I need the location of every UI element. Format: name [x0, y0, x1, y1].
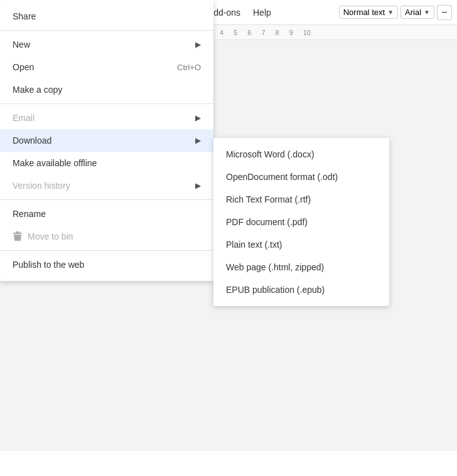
- style-label: Normal text: [343, 8, 385, 17]
- menu-item-open[interactable]: Open Ctrl+O: [0, 56, 213, 78]
- offline-label: Make available offline: [13, 158, 97, 168]
- download-docx[interactable]: Microsoft Word (.docx): [213, 143, 389, 166]
- download-arrow-icon: ▶: [195, 136, 201, 145]
- download-rtf[interactable]: Rich Text Format (.rtf): [213, 188, 389, 211]
- download-txt[interactable]: Plain text (.txt): [213, 233, 389, 256]
- divider-4: [0, 250, 213, 251]
- publish-label: Publish to the web: [13, 260, 84, 270]
- divider-1: [0, 30, 213, 31]
- divider-3: [0, 199, 213, 200]
- email-arrow-icon: ▶: [195, 114, 201, 122]
- epub-label: EPUB publication (.epub): [226, 285, 325, 295]
- font-label: Arial: [405, 8, 421, 17]
- share-label: Share: [13, 11, 36, 21]
- ruler-mark-4: 4: [220, 29, 223, 36]
- ruler-mark-10: 10: [303, 29, 311, 36]
- menu-item-make-copy[interactable]: Make a copy: [0, 78, 213, 101]
- menu-item-download[interactable]: Download ▶: [0, 129, 213, 152]
- ruler-mark-7: 7: [261, 29, 265, 36]
- menu-item-version-history[interactable]: Version history ▶: [0, 174, 213, 197]
- html-label: Web page (.html, zipped): [226, 262, 324, 272]
- open-shortcut: Ctrl+O: [177, 63, 201, 72]
- download-odt[interactable]: OpenDocument format (.odt): [213, 166, 389, 188]
- style-select[interactable]: Normal text ▼: [339, 6, 398, 19]
- menu-item-new[interactable]: New ▶: [0, 33, 213, 56]
- style-dropdown-arrow: ▼: [387, 9, 394, 16]
- make-copy-label: Make a copy: [13, 85, 62, 95]
- ruler-mark-8: 8: [276, 29, 279, 36]
- menu-item-share[interactable]: Share: [0, 5, 213, 28]
- download-html[interactable]: Web page (.html, zipped): [213, 256, 389, 278]
- version-history-arrow-icon: ▶: [195, 181, 201, 190]
- open-label: Open: [13, 62, 34, 72]
- zoom-minus-button[interactable]: −: [437, 5, 452, 20]
- download-epub[interactable]: EPUB publication (.epub): [213, 278, 389, 301]
- menu-item-publish[interactable]: Publish to the web: [0, 253, 213, 276]
- menu-item-offline[interactable]: Make available offline: [0, 152, 213, 174]
- ruler-mark-6: 6: [247, 29, 251, 36]
- menu-item-email[interactable]: Email ▶: [0, 107, 213, 129]
- file-dropdown: Share New ▶ Open Ctrl+O Make a copy Emai…: [0, 0, 213, 281]
- download-submenu: Microsoft Word (.docx) OpenDocument form…: [213, 138, 389, 306]
- move-to-bin-label: Move to bin: [28, 231, 73, 241]
- download-label: Download: [13, 135, 51, 145]
- odt-label: OpenDocument format (.odt): [226, 172, 338, 182]
- toolbar-right: Normal text ▼ Arial ▼ −: [339, 5, 452, 20]
- ruler-mark-9: 9: [289, 29, 293, 36]
- trash-icon: [13, 231, 23, 241]
- menu-item-rename[interactable]: Rename: [0, 203, 213, 225]
- new-arrow-icon: ▶: [195, 40, 201, 49]
- menu-help[interactable]: Help: [247, 5, 277, 20]
- email-label: Email: [13, 113, 35, 123]
- menu-item-move-to-bin[interactable]: Move to bin: [0, 225, 213, 248]
- rtf-label: Rich Text Format (.rtf): [226, 194, 311, 204]
- download-pdf[interactable]: PDF document (.pdf): [213, 211, 389, 233]
- new-label: New: [13, 40, 30, 50]
- txt-label: Plain text (.txt): [226, 240, 282, 250]
- pdf-label: PDF document (.pdf): [226, 217, 308, 227]
- ruler-mark-5: 5: [234, 29, 237, 36]
- font-dropdown-arrow: ▼: [424, 9, 430, 16]
- svg-rect-1: [13, 233, 22, 234]
- font-select[interactable]: Arial ▼: [401, 6, 434, 19]
- rename-label: Rename: [13, 209, 46, 219]
- divider-2: [0, 103, 213, 104]
- version-history-label: Version history: [13, 181, 70, 191]
- docx-label: Microsoft Word (.docx): [226, 149, 315, 159]
